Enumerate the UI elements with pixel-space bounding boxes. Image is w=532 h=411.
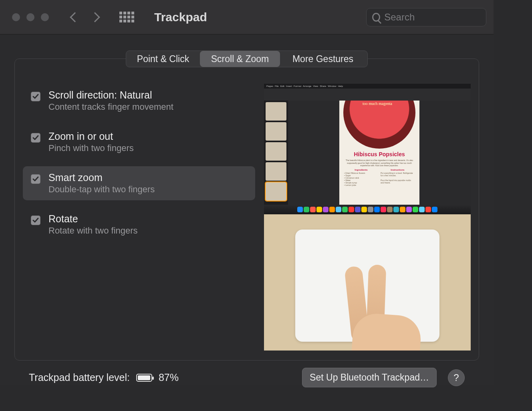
forward-button[interactable] [90,12,100,22]
tab-point-and-click[interactable]: Point & Click [126,51,200,67]
window-controls [12,13,49,21]
option-scroll-direction[interactable]: Scroll direction: Natural Content tracks… [23,84,255,118]
rotate-checkbox[interactable] [31,216,40,225]
option-subtitle: Rotate with two fingers [48,226,138,236]
option-zoom-in-out[interactable]: Zoom in or out Pinch with two fingers [23,125,255,159]
preview-hand [336,270,416,351]
preview-menubar: Pages File Edit Insert Format Arrange Vi… [264,84,471,89]
option-title: Smart zoom [48,172,155,183]
battery-icon [136,374,152,382]
option-subtitle: Pinch with two fingers [48,143,134,153]
preview-annotation: Adjust color? [359,101,385,101]
option-smart-zoom[interactable]: Smart zoom Double-tap with two fingers [23,166,255,200]
search-icon [372,13,380,22]
tab-more-gestures[interactable]: More Gestures [280,51,366,67]
gesture-preview-video: Pages File Edit Insert Format Arrange Vi… [264,84,471,351]
preview-trackpad [264,214,471,351]
back-button[interactable] [70,12,80,22]
battery-percent: 87% [159,372,179,383]
tab-bar: Point & Click Scroll & Zoom More Gesture… [126,50,368,67]
preview-recipe-title: Hibiscus Popsicles [339,151,419,157]
show-all-prefs-button[interactable] [119,12,134,22]
option-subtitle: Double-tap with two fingers [48,184,155,195]
option-rotate[interactable]: Rotate Rotate with two fingers [23,208,255,242]
settings-panel: Scroll direction: Natural Content tracks… [14,58,479,361]
battery-level-label: Trackpad battery level: [29,372,130,383]
titlebar: Trackpad [0,0,494,34]
window-title: Trackpad [154,10,207,24]
search-input[interactable] [384,12,480,23]
search-field[interactable] [366,8,486,26]
preview-recipe-blurb: The beautiful hibiscus plant is a fine i… [339,157,419,169]
preview-document-page: Adjust color? too much magenta Hibiscus … [339,101,419,205]
option-title: Scroll direction: Natural [48,89,173,101]
preview-screen: Pages File Edit Insert Format Arrange Vi… [264,84,471,214]
preview-app-toolbar [264,89,471,101]
zoom-window-button[interactable] [41,13,49,21]
trackpad-preferences-window: Trackpad Point & Click Scroll & Zoom Mor… [0,0,494,385]
close-window-button[interactable] [12,13,20,21]
preview-dock [264,205,471,214]
zoom-checkbox[interactable] [31,133,40,143]
tab-scroll-and-zoom[interactable]: Scroll & Zoom [200,51,280,67]
option-title: Rotate [48,213,138,225]
scroll-direction-checkbox[interactable] [31,92,40,101]
option-subtitle: Content tracks finger movement [48,102,173,112]
preview-page-thumbnails [264,101,288,205]
help-button[interactable]: ? [448,369,465,386]
preview-annotation: too much magenta [363,101,392,106]
setup-bluetooth-trackpad-button[interactable]: Set Up Bluetooth Trackpad… [302,368,437,387]
option-title: Zoom in or out [48,131,134,142]
gesture-options-list: Scroll direction: Natural Content tracks… [23,84,255,351]
minimize-window-button[interactable] [26,13,34,21]
smart-zoom-checkbox[interactable] [31,174,40,184]
footer: Trackpad battery level: 87% Set Up Bluet… [14,361,479,387]
